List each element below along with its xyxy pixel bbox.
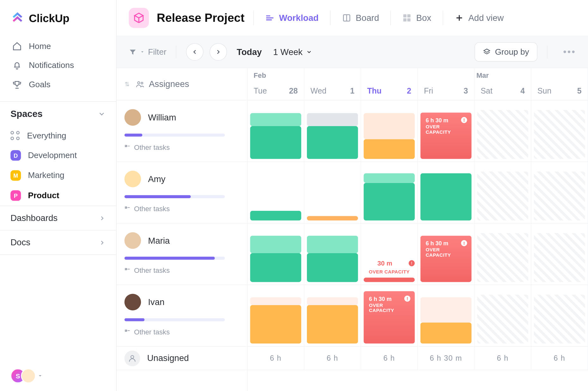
trophy-icon — [12, 80, 22, 89]
workload-bar[interactable] — [307, 297, 358, 305]
user-footer[interactable]: S — [0, 361, 116, 391]
assignees-header[interactable]: ⇅ Assignees — [117, 68, 247, 100]
overcapacity-bar[interactable]: 6 h 30 m OVER CAPACITY ! — [420, 113, 472, 159]
workload-bar[interactable] — [250, 113, 301, 126]
day-cell[interactable] — [475, 285, 531, 346]
workload-bar[interactable] — [250, 126, 301, 159]
workload-bar[interactable] — [307, 113, 358, 126]
day-cell[interactable] — [531, 101, 588, 162]
day-cell[interactable] — [248, 101, 304, 162]
checklist-icon — [125, 206, 131, 212]
day-cell[interactable]: 6 h 30 m OVER CAPACITY ! — [418, 101, 475, 162]
day-cell[interactable] — [531, 162, 588, 223]
day-cell[interactable]: 6 h 30 m OVER CAPACITY ! — [361, 285, 418, 346]
day-cell[interactable] — [304, 162, 361, 223]
workload-bar[interactable] — [307, 236, 358, 253]
add-view-label: Add view — [468, 13, 504, 23]
workload-bar[interactable] — [364, 183, 415, 221]
layers-icon — [483, 48, 491, 56]
other-tasks-toggle[interactable]: Other tasks — [125, 328, 239, 336]
brand-logo[interactable]: ClickUp — [0, 0, 116, 35]
overcapacity-bar[interactable]: 6 h 30 m OVER CAPACITY ! — [420, 236, 472, 282]
day-cell[interactable] — [475, 223, 531, 284]
filter-button[interactable]: Filter — [129, 47, 166, 57]
workload-bar[interactable] — [250, 305, 301, 344]
sidebar-docs[interactable]: Docs — [0, 230, 116, 255]
avatar — [125, 232, 141, 249]
day-cell[interactable] — [248, 285, 304, 346]
day-cell[interactable] — [418, 285, 475, 346]
other-tasks-toggle[interactable]: Other tasks — [125, 267, 239, 275]
day-cell[interactable] — [475, 101, 531, 162]
view-box[interactable]: Box — [400, 11, 434, 25]
workload-bar[interactable] — [364, 139, 415, 159]
workload-bar[interactable] — [420, 323, 472, 344]
workload-bar[interactable] — [307, 305, 358, 344]
sidebar-space-development[interactable]: D Development — [0, 145, 116, 166]
day-cell[interactable] — [304, 223, 361, 284]
day-cell[interactable]: 6 h 30 m OVER CAPACITY ! — [418, 223, 475, 284]
next-button[interactable] — [210, 43, 227, 61]
sidebar-everything[interactable]: Everything — [0, 126, 116, 145]
workload-bar[interactable] — [307, 126, 358, 159]
nav-notifications[interactable]: Notifications — [0, 56, 116, 75]
day-header-thu[interactable]: Thu2 — [361, 68, 418, 100]
day-cell[interactable] — [475, 162, 531, 223]
day-cell[interactable] — [361, 162, 418, 223]
groupby-label: Group by — [495, 47, 529, 57]
prev-button[interactable] — [186, 43, 204, 61]
day-cell[interactable] — [531, 285, 588, 346]
day-cell[interactable]: 30 m! OVER CAPACITY — [361, 223, 418, 284]
overcapacity-bar[interactable]: 6 h 30 m OVER CAPACITY ! — [364, 291, 415, 344]
nav-home[interactable]: Home — [0, 37, 116, 56]
day-cell[interactable] — [248, 162, 304, 223]
today-button[interactable]: Today — [237, 47, 262, 57]
workload-bar[interactable] — [250, 236, 301, 253]
day-header-sun[interactable]: Sun5 — [531, 68, 588, 100]
workload-bar[interactable] — [250, 211, 301, 220]
spaces-header[interactable]: Spaces — [0, 101, 116, 126]
workload-bar[interactable] — [420, 173, 472, 220]
view-workload[interactable]: Workload — [262, 11, 321, 25]
groupby-button[interactable]: Group by — [475, 42, 537, 62]
assignee-row[interactable]: Ivan Other tasks — [117, 285, 247, 347]
sidebar-space-product[interactable]: P Product — [0, 186, 116, 206]
sidebar-space-marketing[interactable]: M Marketing — [0, 165, 116, 186]
day-cell[interactable] — [531, 223, 588, 284]
day-cell[interactable] — [304, 285, 361, 346]
range-select[interactable]: 1 Week — [273, 47, 312, 57]
alert-icon: ! — [409, 260, 415, 266]
workload-bar[interactable] — [364, 278, 415, 282]
workload-bar[interactable] — [250, 253, 301, 282]
divider — [390, 10, 391, 25]
checklist-icon — [125, 329, 131, 335]
checklist-icon — [125, 268, 131, 274]
day-cell[interactable] — [418, 162, 475, 223]
assignee-row[interactable]: Amy Other tasks — [117, 162, 247, 223]
view-board[interactable]: Board — [339, 11, 382, 25]
other-tasks-toggle[interactable]: Other tasks — [125, 205, 239, 213]
nav-goals[interactable]: Goals — [0, 75, 116, 95]
assignee-row[interactable]: William Other tasks — [117, 101, 247, 162]
day-cell[interactable] — [304, 101, 361, 162]
add-view-button[interactable]: Add view — [452, 11, 506, 25]
project-icon[interactable] — [129, 8, 149, 28]
sidebar-dashboards[interactable]: Dashboards — [0, 205, 116, 230]
space-badge: M — [10, 170, 21, 181]
workload-bar[interactable] — [364, 173, 415, 183]
unassigned-row[interactable]: Unasigned — [117, 347, 247, 370]
day-cell[interactable] — [248, 223, 304, 284]
workload-bar[interactable] — [420, 297, 472, 322]
workload-bar[interactable] — [307, 216, 358, 221]
more-button[interactable]: ••• — [563, 46, 576, 58]
day-header-fri[interactable]: Fri3 — [418, 68, 475, 100]
workload-bar[interactable] — [307, 253, 358, 282]
svg-point-5 — [138, 82, 140, 84]
assignee-row[interactable]: Maria Other tasks — [117, 223, 247, 285]
workload-bar[interactable] — [364, 113, 415, 139]
day-header-wed[interactable]: Wed1 — [304, 68, 361, 100]
workload-bar[interactable] — [250, 297, 301, 305]
other-tasks-toggle[interactable]: Other tasks — [125, 144, 239, 151]
assignees-label: Assignees — [149, 79, 189, 89]
day-cell[interactable] — [361, 101, 418, 162]
